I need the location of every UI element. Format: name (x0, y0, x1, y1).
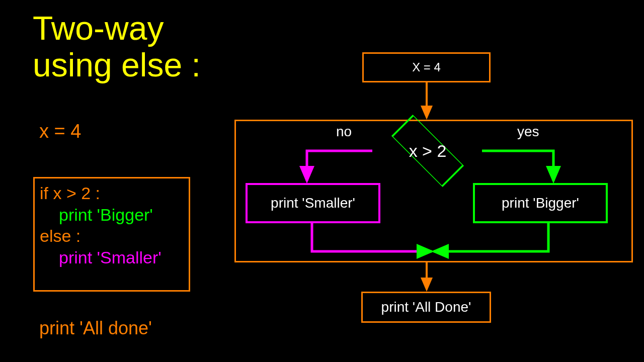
flow-smaller-box: print 'Smaller' (246, 183, 380, 223)
code-x-assign: x = 4 (39, 121, 81, 142)
flow-smaller-label: print 'Smaller' (271, 195, 355, 211)
flow-bigger-box: print 'Bigger' (473, 183, 608, 223)
flow-decision-diamond: x > 2 (367, 126, 488, 176)
flow-no-label: no (336, 124, 352, 140)
flow-start-label: X = 4 (412, 60, 441, 74)
code-print-bigger: print 'Bigger' (40, 204, 184, 226)
flow-condition-label: x > 2 (367, 126, 488, 176)
flow-bigger-label: print 'Bigger' (502, 195, 579, 211)
flow-done-label: print 'All Done' (381, 299, 471, 315)
code-print-done: print 'All done' (39, 318, 152, 339)
code-print-smaller: print 'Smaller' (40, 247, 184, 268)
title-line-1: Two-way (33, 10, 201, 47)
flow-start-box: X = 4 (362, 52, 491, 82)
flow-yes-label: yes (517, 124, 539, 140)
flow-done-box: print 'All Done' (361, 292, 491, 323)
title-line-2: using else : (33, 47, 201, 83)
code-block: if x > 2 : print 'Bigger' else : print '… (33, 177, 190, 292)
slide-title: Two-way using else : (33, 10, 201, 83)
code-if-line: if x > 2 : (40, 183, 184, 204)
code-else-line: else : (40, 225, 184, 247)
